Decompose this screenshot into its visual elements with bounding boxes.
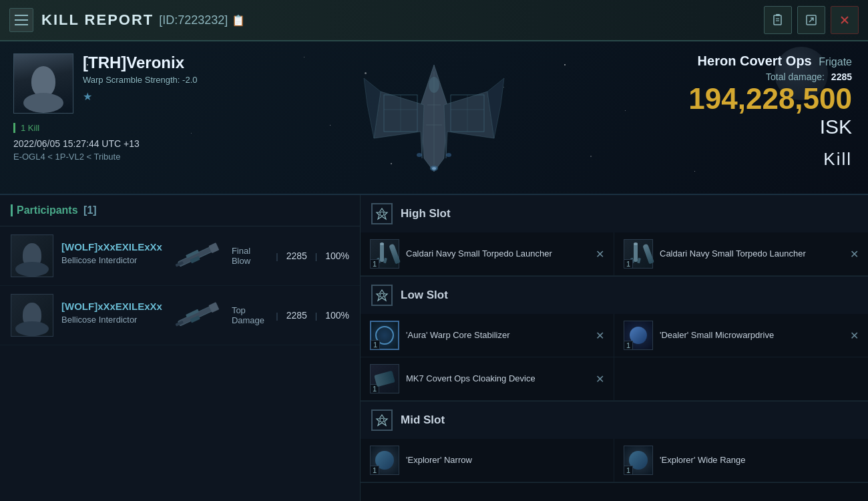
participant-1-percent: 100% <box>325 251 349 261</box>
total-damage-value: 2285 <box>831 71 852 82</box>
header-section: [TRH]Veronix Warp Scramble Strength: -2.… <box>0 41 868 195</box>
low-slot-item-1-remove[interactable]: ✕ <box>596 329 604 342</box>
low-slot-items: 1 'Aura' Warp Core Stabilizer ✕ 1 'Deale… <box>361 314 868 401</box>
high-slot-item-1: 1 Caldari Navy Small Torpedo Launcher ✕ <box>361 232 614 276</box>
svg-point-46 <box>380 293 384 297</box>
pilot-info: [TRH]Veronix Warp Scramble Strength: -2.… <box>13 53 307 114</box>
copy-id-icon[interactable]: 📋 <box>232 14 245 27</box>
svg-point-39 <box>380 242 384 245</box>
high-slot-item-2-remove[interactable]: ✕ <box>850 248 859 261</box>
svg-point-15 <box>432 167 436 170</box>
participant-2-ship: Bellicose Interdictor <box>61 315 162 325</box>
svg-rect-38 <box>380 243 384 262</box>
warp-core-stabilizer-icon: 1 <box>370 321 399 350</box>
participant-1-ship: Bellicose Interdictor <box>61 255 162 265</box>
microwarpdrive-icon: 1 <box>624 321 653 350</box>
participant-1-avatar <box>11 234 53 277</box>
pilot-details: [TRH]Veronix Warp Scramble Strength: -2.… <box>83 53 307 103</box>
ship-type: Heron Covert Ops <box>698 53 812 68</box>
kill-report-title: KILL REPORT <box>41 11 154 29</box>
svg-rect-1 <box>776 14 780 16</box>
low-slot-item-2: 1 'Dealer' Small Microwarpdrive ✕ <box>614 314 868 357</box>
total-damage-section: Total damage: 2285 <box>657 71 852 82</box>
svg-point-16 <box>417 153 422 157</box>
low-slot-item-1-name: 'Aura' Warp Core Stabilizer <box>406 330 589 341</box>
mid-slot-item-1-name: 'Explorer' Narrow <box>406 455 604 466</box>
isk-unit: ISK <box>820 116 852 138</box>
menu-button[interactable] <box>9 8 33 32</box>
low-slot-icon <box>371 285 393 306</box>
high-slot-item-1-remove[interactable]: ✕ <box>596 248 604 261</box>
high-slot-icon <box>371 203 393 224</box>
kill-report-id: [ID:7223232] <box>159 13 228 27</box>
high-slot-items: 1 Caldari Navy Small Torpedo Launcher ✕ … <box>361 232 868 276</box>
participants-title: Participants [1] <box>17 204 97 216</box>
title-bar: KILL REPORT [ID:7223232] 📋 <box>0 0 868 41</box>
low-slot-item-3-name: MK7 Covert Ops Cloaking Device <box>406 373 589 385</box>
isk-section: 194,228,500 ISK <box>657 82 852 138</box>
clipboard-button[interactable] <box>764 6 792 34</box>
low-slot-item-2-name: 'Dealer' Small Microwarpdrive <box>660 330 843 341</box>
participant-2-weapon <box>170 299 224 332</box>
kill-time: 2022/06/05 15:27:44 UTC +13 <box>13 138 307 149</box>
main-content: Participants [1] [WOLF]xXxEXILExXx Belli… <box>0 195 868 501</box>
participant-1-stats: Final Blow | 2285 | 100% <box>232 246 349 266</box>
ship-image <box>354 48 514 188</box>
participant-2-name[interactable]: [WOLF]xXxEXILExXx <box>61 301 162 312</box>
svg-point-37 <box>380 212 384 216</box>
mid-slot-title: Mid Slot <box>401 413 445 427</box>
low-slot-section: Low Slot 1 'Aura' Warp Core Stabilizer ✕… <box>361 277 868 401</box>
participants-panel: Participants [1] [WOLF]xXxEXILExXx Belli… <box>0 195 361 501</box>
svg-marker-10 <box>444 92 494 158</box>
cloaking-device-icon: 1 <box>370 364 399 393</box>
participants-title-accent <box>11 204 13 216</box>
participant-2-info: [WOLF]xXxEXILExXx Bellicose Interdictor <box>61 301 162 330</box>
high-slot-title: High Slot <box>401 207 451 220</box>
pilot-avatar <box>13 53 73 114</box>
ship-class: Frigate <box>819 56 852 67</box>
participant-2-percent: 100% <box>325 310 349 321</box>
pilot-warp-scramble: Warp Scramble Strength: -2.0 <box>83 75 307 85</box>
low-slot-item-3-remove[interactable]: ✕ <box>596 373 604 385</box>
high-slot-item-2: 1 Caldari Navy Small Torpedo Launcher ✕ <box>614 232 868 276</box>
close-button[interactable] <box>831 6 859 34</box>
pilot-star-icon: ★ <box>83 90 307 103</box>
svg-point-47 <box>380 418 384 422</box>
mid-slot-header: Mid Slot <box>361 401 868 439</box>
participant-2-avatar <box>11 294 53 337</box>
participant-card-2: [WOLF]xXxEXILExXx Bellicose Interdictor … <box>0 286 360 345</box>
high-slot-item-1-name: Caldari Navy Small Torpedo Launcher <box>406 248 589 260</box>
torpedo-launcher-icon-1: 1 <box>370 239 399 269</box>
svg-line-5 <box>809 18 813 22</box>
participant-1-name[interactable]: [WOLF]xXxEXILExXx <box>61 241 162 253</box>
participants-header: Participants [1] <box>0 195 360 226</box>
mid-slot-items: 1 'Explorer' Narrow 1 'Explorer' Wide Ra… <box>361 439 868 482</box>
high-slot-header: High Slot <box>361 195 868 232</box>
low-slot-title: Low Slot <box>401 289 448 302</box>
kill-location: E-OGL4 < 1P-VL2 < Tribute <box>13 152 307 162</box>
header-left: [TRH]Veronix Warp Scramble Strength: -2.… <box>0 41 320 194</box>
svg-point-43 <box>634 242 638 245</box>
mid-slot-section: Mid Slot 1 'Explorer' Narrow 1 'Explorer… <box>361 401 868 483</box>
title-bar-actions <box>764 6 859 34</box>
mid-slot-icon <box>371 409 393 431</box>
pilot-name: [TRH]Veronix <box>83 53 307 72</box>
participant-2-damage: 2285 <box>286 310 307 321</box>
mid-slot-item-2-name: 'Explorer' Wide Range <box>660 455 859 466</box>
svg-rect-0 <box>774 15 781 25</box>
explorer-wide-icon: 1 <box>624 446 653 475</box>
torpedo-launcher-icon-2: 1 <box>624 239 653 269</box>
low-slot-item-2-remove[interactable]: ✕ <box>850 329 859 342</box>
svg-point-17 <box>446 153 451 157</box>
high-slot-item-2-name: Caldari Navy Small Torpedo Launcher <box>660 248 843 260</box>
total-damage-label: Total damage: <box>766 71 825 82</box>
explorer-narrow-icon: 1 <box>370 446 399 475</box>
svg-rect-42 <box>634 243 638 262</box>
participant-1-weapon <box>170 239 224 273</box>
export-button[interactable] <box>797 6 825 34</box>
header-right: Heron Covert Ops Frigate Total damage: 2… <box>641 41 868 194</box>
isk-value: 194,228,500 <box>688 82 852 115</box>
high-slot-section: High Slot 1 Caldari Navy Small Torpedo L… <box>361 195 868 277</box>
mid-slot-item-1: 1 'Explorer' Narrow <box>361 439 614 482</box>
participant-card-1: [WOLF]xXxEXILExXx Bellicose Interdictor … <box>0 226 360 286</box>
